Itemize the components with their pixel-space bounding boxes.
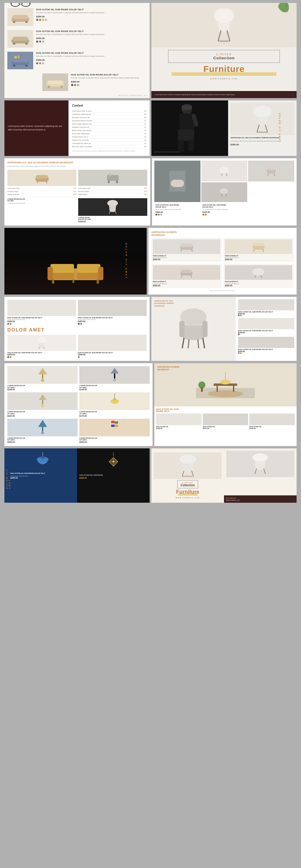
chair-products-panel: DUIS AUTEM VEL EUM IRIURE DOLOR VELIT $3…	[236, 297, 297, 361]
svg-rect-81	[253, 243, 264, 246]
lp-price-3: $220.00	[7, 415, 78, 417]
product-title-4: DUIS AUTEM VEL EUM IRIURE DOLOR VELIT	[71, 73, 147, 76]
product-title-1: DUIS AUTEM VEL EUM IRIURE DOLOR VELIT	[36, 8, 147, 11]
page-product-grid-left: Adipisicing Ilit, Sed Do Eiusmod Tempor …	[4, 158, 150, 225]
cp-img-1	[238, 299, 294, 310]
spread-product-grids: Adipisicing Ilit, Sed Do Eiusmod Tempor …	[4, 158, 297, 225]
svg-point-138	[180, 455, 196, 464]
pg-bottom-1: LOREM IPSUM DOLORSIT AMT Lorem ipsum dol…	[7, 198, 76, 223]
svg-point-5	[12, 3, 18, 6]
cover-tagline: Lorem ipsum dolor sit amet, consectetur …	[155, 93, 293, 96]
dolor-amet-label: DOLOR AMET	[7, 327, 147, 333]
pg-img-1a	[7, 170, 76, 186]
svg-rect-95	[179, 321, 185, 337]
photo-prod-title-1: DUIS AUTEM VEL EUM IRIUREDOLOR VELIT	[156, 204, 199, 208]
product-image-2	[7, 30, 33, 48]
pg-list-item: Adipiscing elit$350	[78, 193, 147, 196]
sofa-prod-card-2: Duis Autem Ilit Lorem ipsum dolor sit $3…	[223, 238, 294, 262]
product-info-4: DUIS AUTEM VEL EUM IRIURE DOLOR VELIT Du…	[71, 73, 147, 86]
photo-prod-dots-2	[202, 214, 293, 216]
toc-light-panel: Content Lorem ipsum dolor sit amet04 Con…	[69, 100, 149, 156]
lp-title-4: LOREM IPSUM DOLORSIT AMET	[79, 411, 149, 414]
dark-lamp-page: DUIS AUTEM VEL EUM IRIURE $385.00	[77, 448, 149, 503]
chair-prod-1: DUIS AUTEM VEL EUM IRIURE DOLOR VELIT $3…	[238, 299, 294, 316]
pdl-title-1: DUIS AUTEM VEL EUM IRIURE DOLOR VELIT	[7, 317, 76, 319]
svg-rect-36	[182, 105, 192, 110]
toc-item-7: Minim veniam quis nostrud16	[72, 129, 146, 132]
ceiling-lamp-svg	[35, 452, 50, 470]
svg-rect-12	[12, 37, 28, 41]
pg-heading-1: Adipisicing Ilit, Sed Do Eiusmod Tempor …	[7, 161, 147, 164]
eames-chair-svg	[250, 105, 274, 133]
svg-point-103	[41, 378, 45, 382]
svg-line-140	[192, 471, 193, 476]
product-image-1	[7, 8, 33, 26]
cover-border-box: Limited Collection	[168, 50, 279, 63]
svg-rect-60	[267, 167, 275, 170]
svg-rect-47	[116, 180, 118, 183]
spread-toc-person: Lorem ipsum dolor sit amet, consectetur …	[4, 100, 297, 156]
product-title-2: DUIS AUTEM VEL EUM IRIURE DOLOR VELIT	[36, 30, 147, 33]
photo-prod-title-2: DUIS AUTEM VEL EUM IRIUREDOLOR VELIT	[202, 204, 293, 208]
pg-list-item: Lorem ipsum dolor$240	[7, 187, 76, 190]
last-url-text: WWW.EXAMPLE.COM	[226, 500, 295, 501]
cp-dots-1	[238, 315, 294, 316]
color-dot	[78, 356, 80, 358]
color-dot	[156, 214, 157, 216]
color-dot	[238, 315, 240, 316]
photo-prod-dots-1	[156, 214, 199, 216]
svg-line-26	[218, 30, 221, 41]
svg-rect-34	[188, 140, 194, 152]
lamp-prod-3: LOREM IPSUM DOLORSIT AMET $220.00	[7, 392, 78, 417]
color-dot	[74, 84, 76, 86]
product-grid-top: Lorem ipsum dolor$240 Sit amet consect$1…	[7, 170, 147, 196]
pg-list-item: Sit amet consect$420	[78, 190, 147, 193]
cp-img-2	[238, 318, 294, 329]
mini-limited: Limited	[181, 482, 195, 484]
lp-img-4	[79, 392, 149, 410]
sofa-page-heading: ADIPISICING EUSMODINCIDIDUNT.	[152, 231, 294, 237]
lp-img-2	[79, 366, 149, 384]
toc-item-3: Sed diam nonummy nibh08	[72, 116, 146, 119]
product-grid-bottom: LOREM IPSUM DOLORSIT AMT Lorem ipsum dol…	[7, 198, 147, 223]
person-bottom-text: Lorem ipsum dolor sit amet consectetur	[154, 151, 180, 153]
toc-item-9: Suscipit lobortis nisl ut20	[72, 135, 146, 138]
rp-price-3: $249.00	[249, 428, 295, 429]
svg-line-82	[253, 249, 254, 252]
rp-img-3	[249, 413, 295, 425]
toc-quote: Lorem ipsum dolor sit amet, consectetur …	[8, 124, 65, 131]
svg-point-88	[252, 268, 264, 276]
pg-bottom-2: LOREM IPSUMDOLOR SIT AMT $198.00	[78, 198, 147, 223]
blue-lamp-page: DOLOR SIT AMET DUIS AUTEM VEL EUM IRIURE…	[4, 448, 77, 503]
page-chair-detail: ADIPISICING EIT, SEDDO EIUSMOD TEMPORINC…	[152, 297, 297, 361]
color-dot	[78, 323, 80, 325]
rp-price-2: $210.00	[203, 428, 248, 429]
lp-img-1	[7, 366, 78, 384]
product-info-3: DUIS AUTEM VEL EUM IRIURE DOLOR VELIT Du…	[36, 52, 147, 64]
lamp-prod-6: LOREM IPSUM DOLORSIT AMET $290.00	[79, 419, 149, 443]
pdl-prod-1: DUIS AUTEM VEL EUM IRIURE DOLOR VELIT Lo…	[7, 300, 76, 325]
color-dot	[10, 356, 11, 358]
rp-card-1: DUIS AUTEM VEL $189.00	[156, 413, 202, 429]
svg-point-37	[253, 106, 272, 118]
page-lamp-grid: LOREM IPSUM DOLORSIT AMET $199.00 LOREM …	[4, 363, 153, 446]
spread-lamps-accessories: LOREM IPSUM DOLORSIT AMET $199.00 LOREM …	[4, 363, 297, 446]
dark-lamp-img	[79, 451, 147, 474]
dark-room-bg: DOLOR SIT AMET	[4, 228, 147, 294]
room-products-panel: DUIS AUTEM VEL EUMIRIURE VELIT. DUIS AUT…	[154, 406, 297, 446]
color-dots-2	[36, 40, 147, 42]
svg-point-121	[208, 390, 243, 397]
product-info-2: DUIS AUTEM VEL EUM IRIURE DOLOR VELIT Du…	[36, 30, 147, 42]
svg-line-89	[255, 275, 256, 278]
color-dot	[158, 214, 160, 216]
svg-rect-16	[12, 58, 28, 62]
chair-title: ADIPISICING EIT, SED DO EIUSMOD TEMPOR I…	[230, 137, 294, 139]
furniture-title-wrapper: Furniture	[154, 64, 294, 76]
person-silhouette	[152, 100, 228, 156]
cream-chair-page: Limited Collection Furniture WWW.EXAMPLE…	[152, 448, 224, 503]
page-inner-left: DUIS AUTEM VEL EUM IRIURE DOLOR VELIT Du…	[4, 3, 149, 98]
svg-rect-69	[51, 273, 74, 279]
chair-prod-2: DUIS AUTEM VEL EUM IRIURE DOLOR VELIT $1…	[238, 318, 294, 335]
lp-price-2: $149.00	[79, 389, 149, 391]
lamp-prod-1: LOREM IPSUM DOLORSIT AMET $199.00	[7, 366, 78, 391]
